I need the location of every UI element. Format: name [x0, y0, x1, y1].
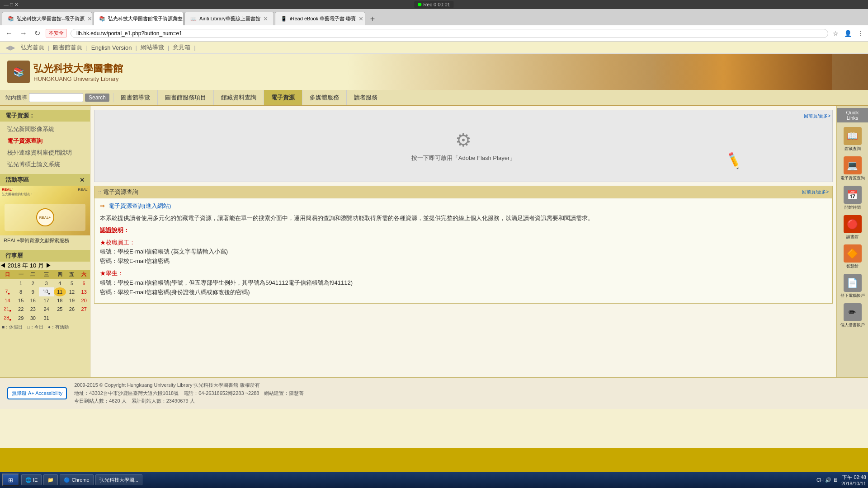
nav-services[interactable]: 圖書館服務項目	[158, 90, 214, 105]
cal-day-22[interactable]: 22	[15, 305, 27, 314]
nav-home[interactable]: 弘光首頁	[19, 43, 46, 52]
hours-icon: 📅	[844, 186, 862, 204]
cal-day-25[interactable]: 25	[54, 305, 66, 314]
cal-day-27[interactable]: 27	[78, 305, 90, 314]
start-button[interactable]: ⊞	[2, 474, 19, 486]
cal-day-23[interactable]: 23	[27, 305, 39, 314]
browser-tab-1[interactable]: 📚 弘光科技大學圖書館--電子資源 ✕	[2, 12, 92, 25]
cal-day-31[interactable]: 31	[39, 314, 54, 323]
cal-day-19[interactable]: 19	[66, 296, 78, 305]
page-footer: 無障礙 A+ Accessibility 2009-2015 © Copyrig…	[0, 377, 868, 409]
reading-room-label: 讀書館	[846, 234, 859, 240]
cal-day-9[interactable]: 9	[27, 287, 39, 296]
tab-4-close[interactable]: ✕	[359, 15, 363, 22]
sidebar-item-eresource[interactable]: 電子資源查詢	[0, 135, 90, 147]
cal-day-12[interactable]: 12	[66, 287, 78, 296]
tab-4-favicon: 📱	[281, 16, 287, 22]
quick-link-reading-room[interactable]: 🔴 讀書館	[839, 213, 866, 242]
sidebar-item-offcampus[interactable]: 校外連線資料庫使用說明	[0, 147, 90, 159]
nav-english[interactable]: English Version	[90, 44, 134, 51]
cal-day-6[interactable]: 6	[78, 279, 90, 287]
quick-link-download[interactable]: 📄 登下電腦帳戶	[839, 272, 866, 300]
bookmark-button[interactable]: ☆	[832, 29, 840, 38]
cal-day-18[interactable]: 18	[54, 296, 66, 305]
cal-day-10[interactable]: 10■	[39, 287, 54, 296]
divider-2: |	[86, 44, 87, 51]
calendar-next[interactable]: ▶	[46, 262, 52, 269]
taskbar-ie-icon[interactable]: 🌐 IE	[21, 474, 42, 485]
cal-day-14[interactable]: 14	[0, 296, 15, 305]
cal-day-24[interactable]: 24	[39, 305, 54, 314]
sidebar-item-news[interactable]: 弘光新聞影像系統	[0, 123, 90, 135]
tab-1-label: 弘光科技大學圖書館--電子資源	[17, 15, 85, 22]
search-input[interactable]	[29, 93, 83, 102]
cal-day-21[interactable]: 21■	[0, 305, 15, 314]
sidebar-item-thesis[interactable]: 弘光博碩士論文系統	[0, 159, 90, 170]
refresh-button[interactable]: ↻	[33, 28, 42, 38]
main-nav-items: 圖書館導覽 圖書館服務項目 館藏資料查詢 電子資源 多媒體服務 讀者服務	[113, 90, 385, 105]
address-bar[interactable]	[71, 29, 828, 38]
cal-day-26[interactable]: 26	[66, 305, 78, 314]
activity-banner[interactable]: REAL' REAL' 弘光圖書館的好朋友！ REAL+	[0, 186, 90, 235]
cal-day-11[interactable]: 11	[54, 287, 66, 296]
cal-day-16[interactable]: 16	[27, 296, 39, 305]
cal-day-17[interactable]: 17	[39, 296, 54, 305]
nav-feedback[interactable]: 意見箱	[171, 43, 192, 52]
quick-link-smart[interactable]: 🔶 智慧館	[839, 243, 866, 271]
cal-day-4[interactable]: 4	[54, 279, 66, 287]
cal-week-3: 14 15 16 17 18 19 20	[0, 296, 90, 305]
back-button[interactable]: ←	[4, 28, 14, 38]
activity-close-icon[interactable]: ✕	[80, 177, 85, 183]
staff-section: ★校職員工： 帳號：學校E-mail信箱帳號 (英文字母請輸入小寫) 密碼：學校…	[100, 238, 827, 266]
quick-link-eresource[interactable]: 💻 電子資源查詢	[839, 155, 866, 183]
more-link[interactable]: 回前頁/更多>	[802, 189, 829, 195]
calendar-year: 2018	[8, 262, 21, 269]
tab-3-close[interactable]: ✕	[263, 15, 268, 22]
cal-day-13[interactable]: 13	[78, 287, 90, 296]
cal-day-5[interactable]: 5	[66, 279, 78, 287]
new-tab-button[interactable]: +	[366, 13, 379, 25]
search-button[interactable]: Search	[85, 94, 109, 102]
cal-day-7[interactable]: 7■	[0, 287, 15, 296]
eresource-link-row: ⇒ 電子資源查詢(進入網站)	[100, 202, 827, 210]
cal-day-3[interactable]: 3	[39, 279, 54, 287]
more-button[interactable]: 回前頁/更多>	[804, 112, 830, 119]
cal-week-4: 21■ 22 23 24 25 26 27	[0, 305, 90, 314]
account-button[interactable]: 👤	[843, 29, 853, 38]
browser-tab-2[interactable]: 📚 弘光科技大學圖書館電子資源彙整 ✕	[93, 12, 184, 25]
nav-ereources[interactable]: 電子資源	[264, 90, 302, 105]
quick-link-hours[interactable]: 📅 開館時間	[839, 184, 866, 212]
main-nav: 站內搜導 Search 圖書館導覽 圖書館服務項目 館藏資料查詢 電子資源 多媒…	[0, 90, 868, 106]
browser-tab-4[interactable]: 📱 iRead eBook 華藝電子書·聯寶 ✕	[275, 12, 365, 25]
flash-area[interactable]: ⚙ 按一下即可啟用「Adobe Flash Player」 ✏️ 回前頁/更多>	[94, 110, 833, 182]
nav-sitemap[interactable]: 網站導覽	[139, 43, 166, 52]
cal-day-8[interactable]: 8	[15, 287, 27, 296]
forward-button[interactable]: →	[18, 28, 29, 38]
browser-tab-3[interactable]: 📖 Airiti Library華藝線上圖書館 ✕	[184, 12, 274, 25]
top-nav: ◀▶ 弘光首頁 | 圖書館首頁 | English Version | 網站導覽…	[0, 42, 868, 54]
eresource-link[interactable]: 電子資源查詢(進入網站)	[108, 202, 171, 209]
nav-reader-services[interactable]: 讀者服務	[347, 90, 385, 105]
cal-day-30[interactable]: 30	[27, 314, 39, 323]
quick-link-catalog[interactable]: 📖 館藏查詢	[839, 125, 866, 154]
accessibility-button[interactable]: 無障礙 A+ Accessibility	[7, 387, 67, 399]
cal-day-29[interactable]: 29	[15, 314, 27, 323]
cal-day-empty-1	[0, 279, 15, 287]
cal-day-15[interactable]: 15	[15, 296, 27, 305]
nav-multimedia[interactable]: 多媒體服務	[302, 90, 347, 105]
taskbar-active-window[interactable]: 弘光科技大學圖...	[95, 474, 142, 485]
nav-library[interactable]: 圖書館首頁	[51, 43, 84, 52]
nav-library-tour[interactable]: 圖書館導覽	[113, 90, 158, 105]
taskbar-chrome-icon[interactable]: 🔵 Chrome	[60, 474, 93, 485]
cal-day-1[interactable]: 1	[15, 279, 27, 287]
calendar-prev[interactable]: ◀	[0, 262, 6, 269]
taskbar-folder-icon[interactable]: 📁	[43, 474, 58, 485]
menu-button[interactable]: ⋮	[856, 29, 864, 38]
rec-timer: Rec 0:00:01	[423, 2, 450, 7]
tab-1-close[interactable]: ✕	[87, 15, 92, 22]
cal-day-28[interactable]: 28■	[0, 314, 15, 323]
nav-catalog[interactable]: 館藏資料查詢	[214, 90, 264, 105]
cal-day-20[interactable]: 20	[78, 296, 90, 305]
cal-day-2[interactable]: 2	[27, 279, 39, 287]
quick-link-personal[interactable]: ✏ 個人借書帳戶	[839, 301, 866, 330]
